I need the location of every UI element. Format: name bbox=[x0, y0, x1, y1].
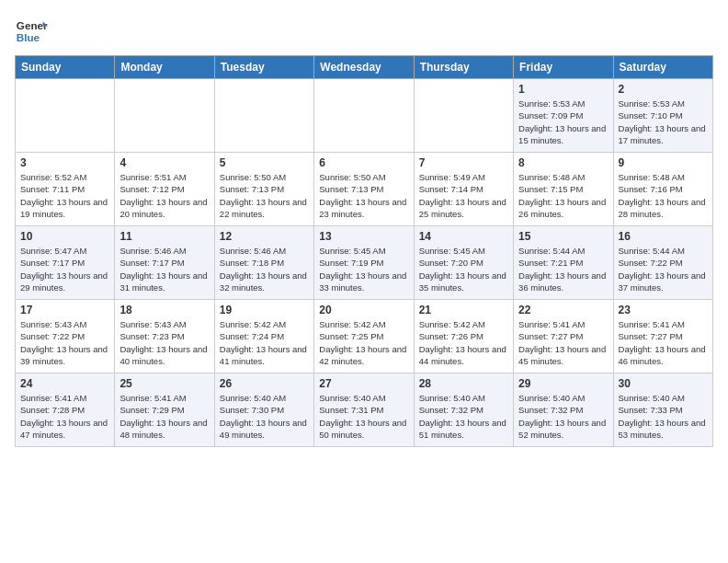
calendar-cell: 12Sunrise: 5:46 AM Sunset: 7:18 PM Dayli… bbox=[214, 226, 313, 300]
day-number: 6 bbox=[319, 156, 408, 169]
calendar-cell: 6Sunrise: 5:50 AM Sunset: 7:13 PM Daylig… bbox=[314, 153, 414, 226]
calendar-cell: 15Sunrise: 5:44 AM Sunset: 7:21 PM Dayli… bbox=[514, 226, 613, 300]
day-info: Sunrise: 5:48 AM Sunset: 7:15 PM Dayligh… bbox=[518, 171, 608, 220]
calendar-cell: 24Sunrise: 5:41 AM Sunset: 7:28 PM Dayli… bbox=[16, 373, 115, 447]
day-info: Sunrise: 5:51 AM Sunset: 7:12 PM Dayligh… bbox=[119, 171, 209, 220]
day-info: Sunrise: 5:48 AM Sunset: 7:16 PM Dayligh… bbox=[619, 171, 708, 220]
day-number: 24 bbox=[20, 377, 109, 390]
calendar-cell: 18Sunrise: 5:43 AM Sunset: 7:23 PM Dayli… bbox=[115, 300, 214, 373]
day-info: Sunrise: 5:40 AM Sunset: 7:30 PM Dayligh… bbox=[220, 392, 309, 441]
day-info: Sunrise: 5:40 AM Sunset: 7:33 PM Dayligh… bbox=[619, 392, 708, 441]
calendar-cell bbox=[414, 79, 513, 153]
calendar-cell: 14Sunrise: 5:45 AM Sunset: 7:20 PM Dayli… bbox=[414, 226, 513, 300]
day-info: Sunrise: 5:40 AM Sunset: 7:32 PM Dayligh… bbox=[419, 392, 508, 441]
day-number: 13 bbox=[319, 230, 408, 243]
day-number: 19 bbox=[220, 304, 309, 316]
day-info: Sunrise: 5:47 AM Sunset: 7:17 PM Dayligh… bbox=[20, 245, 109, 293]
day-number: 18 bbox=[119, 304, 209, 316]
day-number: 4 bbox=[119, 156, 209, 169]
day-number: 8 bbox=[518, 156, 608, 169]
day-number: 30 bbox=[619, 377, 708, 390]
calendar-cell: 11Sunrise: 5:46 AM Sunset: 7:17 PM Dayli… bbox=[115, 226, 214, 300]
day-number: 2 bbox=[619, 83, 708, 96]
day-info: Sunrise: 5:44 AM Sunset: 7:21 PM Dayligh… bbox=[518, 245, 608, 293]
calendar-cell: 29Sunrise: 5:40 AM Sunset: 7:32 PM Dayli… bbox=[514, 373, 613, 447]
calendar-cell: 13Sunrise: 5:45 AM Sunset: 7:19 PM Dayli… bbox=[314, 226, 414, 300]
day-info: Sunrise: 5:42 AM Sunset: 7:24 PM Dayligh… bbox=[220, 318, 309, 367]
weekday-header-friday: Friday bbox=[514, 56, 613, 79]
day-info: Sunrise: 5:41 AM Sunset: 7:28 PM Dayligh… bbox=[20, 392, 109, 441]
day-number: 27 bbox=[319, 377, 408, 390]
calendar-cell: 4Sunrise: 5:51 AM Sunset: 7:12 PM Daylig… bbox=[115, 153, 214, 226]
calendar-table: SundayMondayTuesdayWednesdayThursdayFrid… bbox=[15, 55, 713, 447]
day-info: Sunrise: 5:43 AM Sunset: 7:23 PM Dayligh… bbox=[119, 318, 209, 367]
weekday-header-tuesday: Tuesday bbox=[214, 56, 313, 79]
calendar-cell: 9Sunrise: 5:48 AM Sunset: 7:16 PM Daylig… bbox=[613, 153, 712, 226]
weekday-header-thursday: Thursday bbox=[414, 56, 513, 79]
weekday-header-wednesday: Wednesday bbox=[314, 56, 414, 79]
calendar-cell: 21Sunrise: 5:42 AM Sunset: 7:26 PM Dayli… bbox=[414, 300, 513, 373]
weekday-header-row: SundayMondayTuesdayWednesdayThursdayFrid… bbox=[16, 56, 713, 79]
day-info: Sunrise: 5:44 AM Sunset: 7:22 PM Dayligh… bbox=[619, 245, 708, 293]
calendar-cell bbox=[214, 79, 313, 153]
day-number: 10 bbox=[20, 230, 109, 243]
day-number: 29 bbox=[518, 377, 608, 390]
calendar-cell: 17Sunrise: 5:43 AM Sunset: 7:22 PM Dayli… bbox=[16, 300, 115, 373]
calendar-cell: 7Sunrise: 5:49 AM Sunset: 7:14 PM Daylig… bbox=[414, 153, 513, 226]
calendar-cell: 10Sunrise: 5:47 AM Sunset: 7:17 PM Dayli… bbox=[16, 226, 115, 300]
day-info: Sunrise: 5:42 AM Sunset: 7:25 PM Dayligh… bbox=[319, 318, 408, 367]
day-number: 20 bbox=[319, 304, 408, 316]
day-info: Sunrise: 5:41 AM Sunset: 7:29 PM Dayligh… bbox=[119, 392, 209, 441]
week-row-4: 17Sunrise: 5:43 AM Sunset: 7:22 PM Dayli… bbox=[16, 300, 713, 373]
calendar-cell: 28Sunrise: 5:40 AM Sunset: 7:32 PM Dayli… bbox=[414, 373, 513, 447]
day-info: Sunrise: 5:50 AM Sunset: 7:13 PM Dayligh… bbox=[220, 171, 309, 220]
weekday-header-sunday: Sunday bbox=[16, 56, 115, 79]
calendar-cell: 1Sunrise: 5:53 AM Sunset: 7:09 PM Daylig… bbox=[514, 79, 613, 153]
day-info: Sunrise: 5:52 AM Sunset: 7:11 PM Dayligh… bbox=[20, 171, 109, 220]
calendar-cell: 2Sunrise: 5:53 AM Sunset: 7:10 PM Daylig… bbox=[613, 79, 712, 153]
day-info: Sunrise: 5:43 AM Sunset: 7:22 PM Dayligh… bbox=[20, 318, 109, 367]
day-info: Sunrise: 5:41 AM Sunset: 7:27 PM Dayligh… bbox=[518, 318, 608, 367]
day-number: 7 bbox=[419, 156, 508, 169]
calendar-cell: 30Sunrise: 5:40 AM Sunset: 7:33 PM Dayli… bbox=[613, 373, 712, 447]
day-number: 26 bbox=[220, 377, 309, 390]
day-number: 5 bbox=[220, 156, 309, 169]
calendar-cell bbox=[314, 79, 414, 153]
day-info: Sunrise: 5:41 AM Sunset: 7:27 PM Dayligh… bbox=[619, 318, 708, 367]
calendar-cell: 26Sunrise: 5:40 AM Sunset: 7:30 PM Dayli… bbox=[214, 373, 313, 447]
calendar-cell: 22Sunrise: 5:41 AM Sunset: 7:27 PM Dayli… bbox=[514, 300, 613, 373]
svg-text:Blue: Blue bbox=[17, 31, 40, 43]
weekday-header-monday: Monday bbox=[115, 56, 214, 79]
day-info: Sunrise: 5:53 AM Sunset: 7:09 PM Dayligh… bbox=[518, 98, 608, 146]
day-number: 12 bbox=[220, 230, 309, 243]
day-number: 11 bbox=[119, 230, 209, 243]
day-number: 14 bbox=[419, 230, 508, 243]
day-number: 9 bbox=[619, 156, 708, 169]
day-info: Sunrise: 5:49 AM Sunset: 7:14 PM Dayligh… bbox=[419, 171, 508, 220]
day-info: Sunrise: 5:50 AM Sunset: 7:13 PM Dayligh… bbox=[319, 171, 408, 220]
calendar-cell: 8Sunrise: 5:48 AM Sunset: 7:15 PM Daylig… bbox=[514, 153, 613, 226]
calendar-cell bbox=[16, 79, 115, 153]
calendar-cell: 27Sunrise: 5:40 AM Sunset: 7:31 PM Dayli… bbox=[314, 373, 414, 447]
calendar-cell: 25Sunrise: 5:41 AM Sunset: 7:29 PM Dayli… bbox=[115, 373, 214, 447]
day-info: Sunrise: 5:40 AM Sunset: 7:32 PM Dayligh… bbox=[518, 392, 608, 441]
day-info: Sunrise: 5:42 AM Sunset: 7:26 PM Dayligh… bbox=[419, 318, 508, 367]
day-number: 28 bbox=[419, 377, 508, 390]
calendar-cell: 19Sunrise: 5:42 AM Sunset: 7:24 PM Dayli… bbox=[214, 300, 313, 373]
week-row-3: 10Sunrise: 5:47 AM Sunset: 7:17 PM Dayli… bbox=[16, 226, 713, 300]
day-number: 23 bbox=[619, 304, 708, 316]
logo-icon: General Blue bbox=[15, 15, 48, 48]
day-number: 15 bbox=[518, 230, 608, 243]
calendar-cell: 20Sunrise: 5:42 AM Sunset: 7:25 PM Dayli… bbox=[314, 300, 414, 373]
day-info: Sunrise: 5:45 AM Sunset: 7:19 PM Dayligh… bbox=[319, 245, 408, 293]
calendar-cell: 16Sunrise: 5:44 AM Sunset: 7:22 PM Dayli… bbox=[613, 226, 712, 300]
day-number: 21 bbox=[419, 304, 508, 316]
weekday-header-saturday: Saturday bbox=[613, 56, 712, 79]
calendar-cell bbox=[115, 79, 214, 153]
calendar-cell: 23Sunrise: 5:41 AM Sunset: 7:27 PM Dayli… bbox=[613, 300, 712, 373]
logo: General Blue bbox=[15, 15, 48, 48]
day-number: 16 bbox=[619, 230, 708, 243]
day-number: 3 bbox=[20, 156, 109, 169]
calendar-cell: 3Sunrise: 5:52 AM Sunset: 7:11 PM Daylig… bbox=[16, 153, 115, 226]
day-info: Sunrise: 5:53 AM Sunset: 7:10 PM Dayligh… bbox=[619, 98, 708, 146]
